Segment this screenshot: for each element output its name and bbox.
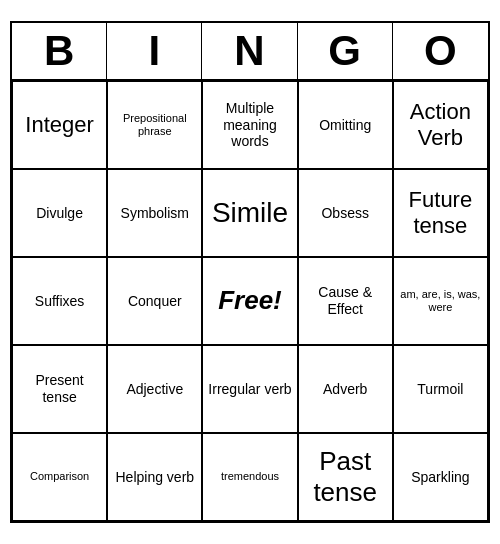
header-b: B <box>12 23 107 79</box>
cell-19[interactable]: Turmoil <box>393 345 488 433</box>
header-i: I <box>107 23 202 79</box>
bingo-grid: Integer Prepositional phrase Multiple me… <box>12 81 488 521</box>
header-o: O <box>393 23 488 79</box>
header-g: G <box>298 23 393 79</box>
cell-8[interactable]: Obsess <box>298 169 393 257</box>
cell-24[interactable]: Sparkling <box>393 433 488 521</box>
cell-2[interactable]: Multiple meaning words <box>202 81 297 169</box>
cell-13[interactable]: Cause & Effect <box>298 257 393 345</box>
cell-12-free[interactable]: Free! <box>202 257 297 345</box>
header-n: N <box>202 23 297 79</box>
cell-7[interactable]: Simile <box>202 169 297 257</box>
cell-21[interactable]: Helping verb <box>107 433 202 521</box>
cell-5[interactable]: Divulge <box>12 169 107 257</box>
cell-16[interactable]: Adjective <box>107 345 202 433</box>
cell-11[interactable]: Conquer <box>107 257 202 345</box>
cell-20[interactable]: Comparison <box>12 433 107 521</box>
cell-3[interactable]: Omitting <box>298 81 393 169</box>
cell-18[interactable]: Adverb <box>298 345 393 433</box>
bingo-card: B I N G O Integer Prepositional phrase M… <box>10 21 490 523</box>
cell-0[interactable]: Integer <box>12 81 107 169</box>
cell-14[interactable]: am, are, is, was, were <box>393 257 488 345</box>
cell-22[interactable]: tremendous <box>202 433 297 521</box>
cell-10[interactable]: Suffixes <box>12 257 107 345</box>
cell-9[interactable]: Future tense <box>393 169 488 257</box>
cell-4[interactable]: Action Verb <box>393 81 488 169</box>
cell-15[interactable]: Present tense <box>12 345 107 433</box>
cell-17[interactable]: Irregular verb <box>202 345 297 433</box>
cell-23[interactable]: Past tense <box>298 433 393 521</box>
bingo-header: B I N G O <box>12 23 488 81</box>
cell-6[interactable]: Symbolism <box>107 169 202 257</box>
cell-1[interactable]: Prepositional phrase <box>107 81 202 169</box>
